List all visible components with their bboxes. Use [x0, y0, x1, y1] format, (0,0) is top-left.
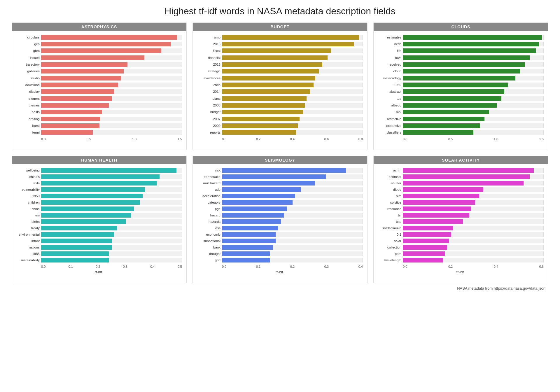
bar-row: orbiting	[15, 116, 182, 122]
bar-row: 2015	[196, 62, 363, 67]
bar-fill	[41, 245, 112, 250]
bar-track	[41, 200, 182, 205]
bar-fill	[403, 42, 539, 46]
chart-header-human-health: HUMAN HEALTH	[12, 156, 186, 164]
bar-label: esi	[15, 214, 41, 217]
bar-label: reports	[196, 131, 222, 134]
bar-label: shutter	[377, 181, 403, 185]
bar-label: 1950	[15, 194, 41, 198]
bar-label: tsi	[377, 214, 403, 217]
chart-header-clouds: CLOUDS	[374, 23, 548, 31]
bar-track	[222, 181, 363, 186]
bar-row: galleries	[15, 68, 182, 74]
bar-row: acceleration	[196, 193, 363, 199]
bar-label: ncdc	[377, 42, 403, 46]
bar-track	[222, 187, 363, 192]
bar-track	[403, 55, 544, 60]
chart-body-budget: omb2016fiscalfinancial2015strategicavoid…	[193, 31, 367, 150]
bar-row: sor3solmuvd	[377, 225, 544, 231]
bar-row: 2016	[196, 41, 363, 47]
bar-fill	[222, 258, 270, 262]
bar-label: classifiers	[377, 131, 403, 134]
chart-panel-human-health: HUMAN HEALTHwellbeingchina'stextsvulnera…	[12, 156, 187, 283]
bar-label: loss	[196, 226, 222, 230]
bar-track	[222, 123, 363, 128]
x-tick: 0.1	[69, 265, 73, 268]
bar-label: diode	[377, 188, 403, 191]
bar-row: omb	[196, 34, 363, 40]
bar-track	[41, 213, 182, 218]
bar-track	[41, 62, 182, 67]
bar-track	[222, 110, 363, 114]
bar-track	[222, 251, 363, 256]
bar-label: earthquake	[196, 175, 222, 178]
bar-row: births	[15, 219, 182, 225]
x-axis-label: tf-idf	[377, 270, 544, 274]
bar-fill	[41, 89, 114, 94]
bar-label: orbiting	[15, 117, 41, 121]
bar-label: fiscal	[196, 49, 222, 52]
bar-fill	[41, 258, 109, 262]
bar-row: acrim	[377, 167, 544, 173]
bar-label: solstice	[377, 201, 403, 204]
chart-body-solar-activity: acrimacrimsatshutterdiodesimsolsticeirra…	[374, 164, 548, 283]
bar-fill	[41, 110, 102, 114]
bar-fill	[222, 103, 305, 108]
bar-label: sor3solmuvd	[377, 226, 403, 230]
bar-label: estimates	[377, 36, 403, 39]
bar-track	[222, 200, 363, 205]
bar-track	[222, 83, 363, 87]
bar-label: 1989	[377, 83, 403, 87]
bar-row: abstract	[377, 89, 544, 94]
bar-fill	[41, 130, 93, 135]
bar-fill	[41, 200, 140, 205]
bar-track	[403, 168, 544, 173]
bar-fill	[41, 69, 124, 74]
bar-label: abstract	[377, 90, 403, 93]
bar-label: 1985	[15, 252, 41, 256]
bar-track	[41, 110, 182, 114]
bar-label: studio	[15, 76, 41, 80]
bar-label: tovs	[377, 56, 403, 60]
x-tick: 0.4	[150, 265, 155, 268]
x-tick: 0.0	[41, 137, 46, 141]
bar-label: gbm	[15, 49, 41, 52]
bar-chart-clouds: estimatesncdcfifetovsreceivedcloudmeteor…	[377, 34, 544, 136]
bar-label: sim	[377, 194, 403, 198]
bar-label: wellbeing	[15, 169, 41, 172]
bar-fill	[403, 48, 536, 53]
x-axis-label: tf-idf	[196, 270, 363, 274]
bar-label: bank	[196, 246, 222, 249]
bar-row: estimates	[377, 34, 544, 40]
bar-fill	[222, 62, 322, 67]
bar-track	[222, 239, 363, 243]
bar-row: sim	[377, 193, 544, 199]
bar-track	[222, 130, 363, 135]
bar-label: china	[15, 207, 41, 211]
x-tick: 0.3	[324, 265, 329, 268]
chart-body-astrophysics: circularsgcngbmissuedtrajectorygalleries…	[12, 31, 186, 150]
bar-fill	[403, 213, 469, 218]
bar-row: tovs	[377, 55, 544, 61]
bar-track	[222, 76, 363, 80]
charts-grid: ASTROPHYSICScircularsgcngbmissuedtraject…	[6, 22, 554, 283]
bar-fill	[41, 187, 145, 192]
bar-row: economic	[196, 232, 363, 237]
bar-track	[403, 89, 544, 94]
bar-row: reports	[196, 130, 363, 135]
bar-label: gdp	[196, 188, 222, 191]
bar-row: tsi	[377, 212, 544, 218]
bar-fill	[222, 48, 331, 53]
bar-label: category	[196, 201, 222, 204]
bar-label: strategic	[196, 69, 222, 73]
bar-label: display	[15, 90, 41, 93]
bar-fill	[41, 123, 99, 128]
bar-fill	[403, 35, 542, 40]
bar-fill	[222, 239, 276, 243]
chart-body-seismology: riskearthquakemultihazardgdpacceleration…	[193, 164, 367, 283]
bar-fill	[222, 213, 284, 218]
bar-fill	[222, 194, 295, 198]
bar-track	[403, 219, 544, 224]
bar-label: vulnerability	[15, 188, 41, 191]
bar-row: 1989	[377, 82, 544, 88]
